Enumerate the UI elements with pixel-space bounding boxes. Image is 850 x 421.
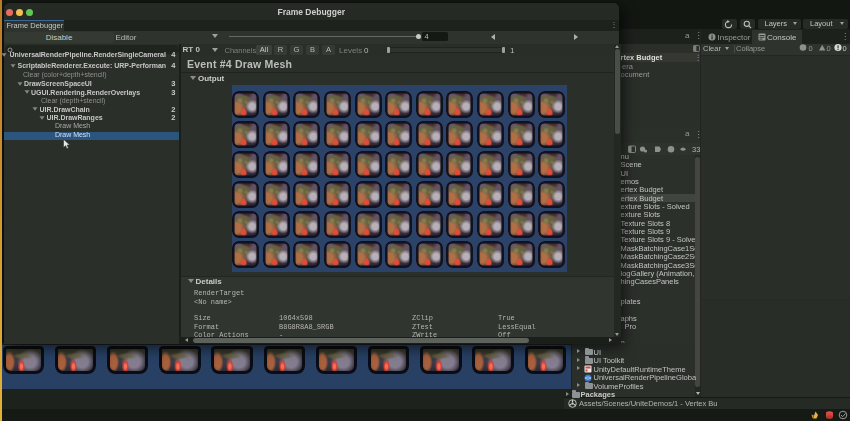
svg-text:0: 0 [827,44,831,53]
svg-text:0: 0 [809,44,813,53]
svg-text:0: 0 [843,44,847,53]
